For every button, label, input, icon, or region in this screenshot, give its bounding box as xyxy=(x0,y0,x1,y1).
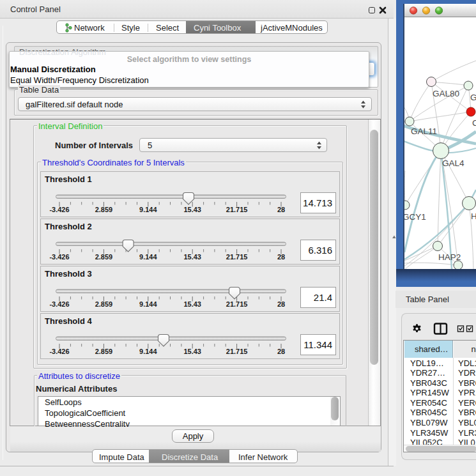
svg-text:-3.426: -3.426 xyxy=(49,348,69,355)
svg-text:15.43: 15.43 xyxy=(183,253,201,261)
svg-text:15.43: 15.43 xyxy=(183,300,201,308)
svg-text:G: G xyxy=(470,93,476,102)
svg-text:21.715: 21.715 xyxy=(226,206,248,213)
svg-text:H: H xyxy=(471,211,476,221)
svg-text:21.715: 21.715 xyxy=(226,253,248,261)
svg-text:2.859: 2.859 xyxy=(95,206,113,213)
svg-text:21.715: 21.715 xyxy=(226,348,248,355)
svg-text:GCY1: GCY1 xyxy=(404,212,426,222)
svg-text:GAL80: GAL80 xyxy=(433,89,459,98)
svg-text:28: 28 xyxy=(277,253,285,261)
svg-text:9.144: 9.144 xyxy=(139,348,157,355)
svg-text:HAP2: HAP2 xyxy=(438,252,461,262)
svg-text:GAL4: GAL4 xyxy=(442,158,464,168)
svg-text:28: 28 xyxy=(277,206,285,213)
svg-text:-3.426: -3.426 xyxy=(49,206,69,213)
svg-text:28: 28 xyxy=(277,348,285,355)
svg-text:15.43: 15.43 xyxy=(183,206,201,213)
svg-text:9.144: 9.144 xyxy=(139,300,157,308)
svg-text:2.859: 2.859 xyxy=(95,253,113,261)
svg-text:9.144: 9.144 xyxy=(139,253,157,261)
svg-text:9.144: 9.144 xyxy=(139,206,157,213)
svg-text:28: 28 xyxy=(277,300,285,308)
svg-text:-3.426: -3.426 xyxy=(49,253,69,261)
svg-text:C: C xyxy=(472,118,476,128)
svg-text:2.859: 2.859 xyxy=(95,348,113,355)
svg-text:15.43: 15.43 xyxy=(183,348,201,355)
svg-text:-3.426: -3.426 xyxy=(49,300,69,308)
svg-text:21.715: 21.715 xyxy=(226,300,248,308)
svg-text:2.859: 2.859 xyxy=(95,300,113,308)
svg-text:GAL11: GAL11 xyxy=(411,127,437,136)
